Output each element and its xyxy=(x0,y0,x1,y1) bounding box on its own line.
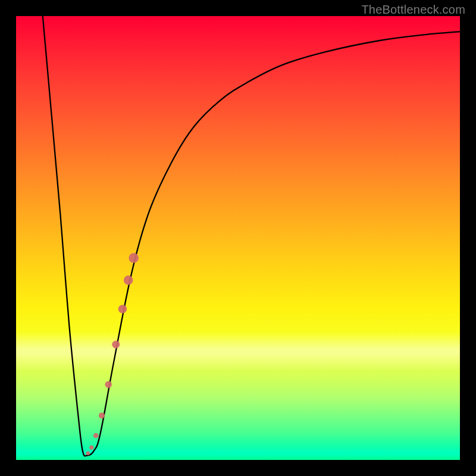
marker-dot xyxy=(86,452,90,455)
marker-dot xyxy=(89,445,93,449)
plot-area xyxy=(16,16,460,460)
haze-band xyxy=(16,331,460,371)
marker-dot xyxy=(93,433,99,439)
watermark-text: TheBottleneck.com xyxy=(361,3,465,17)
highlight-markers xyxy=(86,253,139,455)
marker-dot xyxy=(129,253,139,263)
marker-dot xyxy=(118,305,127,313)
chart-svg xyxy=(16,16,460,460)
marker-dot xyxy=(124,275,133,285)
chart-frame: TheBottleneck.com xyxy=(0,0,476,476)
marker-dot xyxy=(99,412,105,418)
bottleneck-curve xyxy=(43,16,460,456)
marker-dot xyxy=(105,381,112,388)
marker-dot xyxy=(112,341,120,349)
